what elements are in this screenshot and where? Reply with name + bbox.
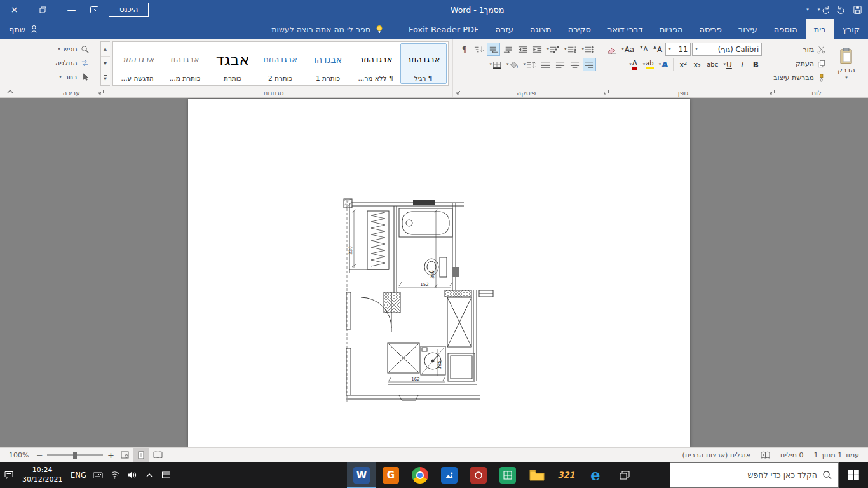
underline-button[interactable]: U ▾ [721,58,734,71]
justify-button[interactable] [539,58,552,71]
style-heading-1[interactable]: אבגדהו כותרת 1 [305,43,351,84]
clipboard-dialog-launcher[interactable] [769,89,775,95]
clear-formatting-button[interactable] [606,43,618,56]
proofing-status[interactable] [756,448,775,462]
styles-dialog-launcher[interactable] [98,89,104,95]
format-painter-button[interactable]: מברשת עיצוב [771,71,827,85]
subscript-button[interactable]: x₂ [691,58,703,71]
paste-button[interactable]: הדבק ▾ [830,41,863,86]
zoom-out-button[interactable]: − [34,451,45,460]
strikethrough-button[interactable]: abc [705,58,720,71]
decrease-indent-button[interactable] [531,43,544,56]
style-no-spacing[interactable]: אבגדהוזר ¶ ללא מר... [353,43,399,84]
ribbon-display-options-button[interactable] [86,0,102,19]
document-page[interactable]: 230 389 152 162 125 [188,99,690,447]
find-button[interactable]: חפש ▾ [53,43,91,56]
align-right-button[interactable] [583,58,596,71]
restore-button[interactable] [29,0,57,19]
language-tray-button[interactable]: ENG [67,462,89,488]
borders-button[interactable]: ▾ [488,58,504,71]
file-explorer-taskbar-icon[interactable] [522,462,552,488]
styles-scroll-down-button[interactable]: ▼ [101,57,110,71]
font-size-combobox[interactable]: 11 ▾ [665,43,691,56]
volume-button[interactable] [123,462,140,488]
style-normal[interactable]: אבגדהוזר ¶ רגיל [400,43,447,84]
line-spacing-button[interactable]: ▾ [522,58,538,71]
app-g-taskbar-icon[interactable]: G [376,462,405,488]
font-color-button[interactable]: A ▾ [627,58,640,71]
hidden-icons-chevron[interactable] [140,462,158,488]
close-button[interactable]: × [0,0,29,19]
styles-scroll-up-button[interactable]: ▲ [101,42,110,57]
align-left-button[interactable] [553,58,567,71]
start-button[interactable] [839,462,868,488]
web-layout-button[interactable] [116,448,133,462]
share-button[interactable]: שתף [0,19,48,39]
chrome-taskbar-icon[interactable] [405,462,435,488]
zoom-slider-thumb[interactable] [73,452,77,459]
numbering-button[interactable]: ▾ [562,43,579,56]
italic-button[interactable]: I [735,58,748,71]
tab-foxit[interactable]: Foxit Reader PDF [400,19,487,39]
tab-review[interactable]: סקירה [560,19,599,39]
app-red-taskbar-icon[interactable] [464,462,493,488]
zoom-slider[interactable] [47,454,103,456]
sort-button[interactable] [472,43,485,56]
styles-more-button[interactable]: ▼ [101,71,110,85]
show-marks-button[interactable]: ¶ [458,43,471,56]
superscript-button[interactable]: x² [677,58,689,71]
align-center-button[interactable] [568,58,581,71]
page-indicator[interactable]: עמוד 1 מתוך 1 [809,448,864,462]
sign-in-button[interactable]: היכנס [109,3,149,17]
shading-button[interactable]: ▾ [505,58,520,71]
tell-me-box[interactable]: ספר לי מה אתה רוצה לעשות [264,19,391,39]
print-layout-button[interactable] [133,448,149,462]
zoom-percentage[interactable]: 100% [4,451,34,459]
style-heading-2[interactable]: אבגדהוזח כותרת 2 [257,43,304,84]
bullets-button[interactable]: ▾ [580,43,597,56]
save-button[interactable] [849,0,865,19]
tab-view[interactable]: תצוגה [522,19,560,39]
action-center-button[interactable] [0,462,17,488]
tab-file[interactable]: קובץ [834,19,868,39]
app-321-taskbar-icon[interactable]: 321 [552,462,581,488]
change-case-button[interactable]: Aa ▾ [620,43,636,56]
tab-home[interactable]: בית [806,19,834,39]
clock[interactable]: 10:24 30/12/2021 [17,462,67,488]
photos-taskbar-icon[interactable] [435,462,464,488]
select-button[interactable]: בחר ▾ [53,71,91,84]
search-input[interactable] [677,470,817,480]
taskbar-search[interactable] [670,462,839,488]
highlight-button[interactable]: ab ▾ [641,58,656,71]
app-green-taskbar-icon[interactable] [493,462,522,488]
text-effects-button[interactable]: A ▾ [657,58,670,71]
rtl-direction-button[interactable] [487,43,500,56]
edge-taskbar-icon[interactable]: e [581,462,610,488]
tab-layout[interactable]: פריסה [691,19,730,39]
tab-help[interactable]: עזרה [487,19,522,39]
collapse-ribbon-button[interactable] [6,88,14,95]
grow-font-button[interactable]: A ▲ [651,43,664,56]
font-family-combobox[interactable]: Calibri (גוף) ▾ [692,43,762,56]
bold-button[interactable]: B [749,58,762,71]
style-subtitle[interactable]: אבגדהוז כותרת מ... [162,43,208,84]
network-wifi-button[interactable] [106,462,123,488]
paragraph-dialog-launcher[interactable] [456,89,462,95]
tab-design[interactable]: עיצוב [730,19,766,39]
ltr-direction-button[interactable] [501,43,515,56]
language-indicator[interactable]: אנגלית (ארצות הברית) [677,448,756,462]
word-taskbar-icon[interactable]: W [347,462,376,488]
customize-qat-button[interactable]: ▾ [799,0,816,19]
replace-button[interactable]: החלפה [53,57,91,70]
word-count[interactable]: 0 מילים [775,448,808,462]
zoom-in-button[interactable]: + [105,451,116,460]
tab-insert[interactable]: הוספה [766,19,806,39]
shrink-font-button[interactable]: A ▼ [637,43,650,56]
copy-button[interactable]: העתק [771,57,827,71]
multilevel-list-button[interactable]: ▾ [545,43,562,56]
minimize-button[interactable]: — [57,0,86,19]
font-dialog-launcher[interactable] [603,89,609,95]
tab-mailings[interactable]: דברי דואר [599,19,651,39]
task-view-button[interactable] [610,462,639,488]
undo-button[interactable] [832,0,849,19]
